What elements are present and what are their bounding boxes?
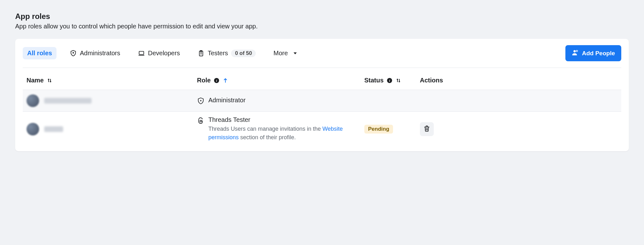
actions-cell	[420, 122, 483, 136]
clipboard-icon	[198, 50, 205, 57]
role-subtext: Threads Users can manage invitations in …	[208, 125, 350, 142]
user-name-redacted	[44, 98, 92, 104]
column-name-label: Name	[27, 77, 44, 84]
role-sub-post: section of their profile.	[239, 134, 296, 140]
role-name: Administrator	[208, 97, 246, 104]
name-cell	[27, 94, 197, 107]
tab-testers-label: Testers	[208, 50, 228, 57]
role-name: Threads Tester	[208, 116, 350, 123]
sort-up-icon	[223, 78, 228, 83]
tab-administrators[interactable]: Administrators	[65, 47, 125, 59]
page-description: App roles allow you to control which peo…	[15, 23, 629, 30]
column-actions: Actions	[420, 77, 483, 84]
sort-both-icon	[396, 78, 401, 83]
column-actions-label: Actions	[420, 77, 443, 84]
add-people-button[interactable]: Add People	[565, 45, 621, 61]
column-role[interactable]: Role i	[197, 77, 364, 84]
tab-administrators-label: Administrators	[80, 50, 120, 57]
delete-button[interactable]	[420, 122, 434, 136]
threads-icon	[197, 117, 205, 124]
testers-count-badge: 0 of 50	[231, 50, 256, 57]
page-title: App roles	[15, 12, 629, 21]
tab-all-roles-label: All roles	[27, 50, 52, 57]
shield-icon	[197, 97, 205, 105]
tab-more-label: More	[273, 50, 288, 57]
tab-developers[interactable]: Developers	[134, 47, 184, 59]
caret-down-icon	[293, 51, 297, 56]
person-plus-icon	[572, 49, 579, 57]
laptop-icon	[138, 50, 145, 57]
tab-developers-label: Developers	[148, 50, 180, 57]
trash-icon	[423, 125, 430, 133]
roles-card: All roles Administrators Developers Test…	[15, 39, 629, 151]
info-icon: i	[214, 78, 219, 83]
column-name[interactable]: Name	[27, 77, 197, 84]
column-status-label: Status	[364, 77, 384, 84]
svg-point-0	[73, 52, 74, 53]
column-role-label: Role	[197, 77, 211, 84]
role-cell: Threads Tester Threads Users can manage …	[197, 116, 364, 142]
role-sub-pre: Threads Users can manage invitations in …	[208, 126, 322, 132]
column-status[interactable]: Status i	[364, 77, 420, 84]
table-header: Name Role i Status i Actions	[23, 68, 621, 90]
tab-testers[interactable]: Testers 0 of 50	[193, 47, 260, 60]
tabs-row: All roles Administrators Developers Test…	[23, 45, 621, 68]
role-cell: Administrator	[197, 97, 364, 105]
avatar	[27, 123, 39, 135]
svg-rect-1	[139, 51, 144, 54]
avatar	[27, 94, 39, 107]
svg-point-4	[574, 50, 576, 52]
status-badge: Pending	[364, 125, 393, 134]
user-name-redacted	[44, 126, 63, 132]
table-row: Administrator	[23, 90, 621, 111]
tab-all-roles[interactable]: All roles	[23, 47, 57, 59]
sort-both-icon	[47, 78, 52, 83]
status-cell: Pending	[364, 125, 420, 134]
table-row: Threads Tester Threads Users can manage …	[23, 111, 621, 151]
name-cell	[27, 123, 197, 135]
shield-icon	[70, 50, 77, 57]
info-icon: i	[387, 78, 392, 83]
add-people-label: Add People	[582, 50, 615, 57]
tab-more[interactable]: More	[269, 47, 302, 59]
